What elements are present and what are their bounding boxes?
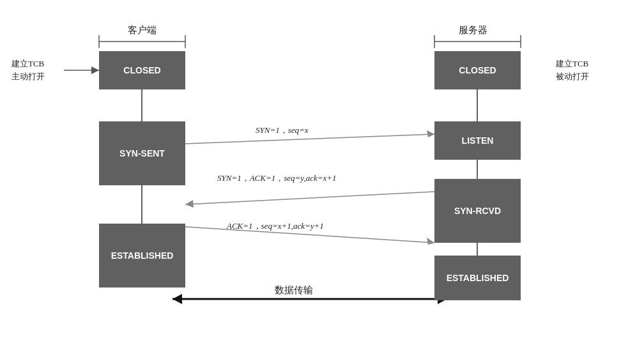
server-note: 建立TCB 被动打开 — [556, 57, 589, 82]
client-closed-label: CLOSED — [123, 65, 160, 75]
data-transfer-label: 数据传输 — [275, 284, 313, 296]
client-syn-sent-box: SYN-SENT — [99, 121, 185, 185]
server-closed-label: CLOSED — [459, 65, 496, 75]
svg-line-8 — [185, 192, 434, 204]
client-column-label: 客户端 — [128, 24, 157, 36]
arrow2-label: SYN=1，ACK=1，seq=y,ack=x+1 — [217, 172, 337, 184]
svg-marker-11 — [427, 238, 434, 245]
server-syn-rcvd-box: SYN-RCVD — [434, 179, 521, 243]
server-closed-box: CLOSED — [434, 51, 521, 89]
client-established-label: ESTABLISHED — [111, 250, 174, 261]
arrow1-label: SYN=1，seq=x — [256, 125, 309, 136]
server-established-box: ESTABLISHED — [434, 256, 521, 300]
server-column-label: 服务器 — [459, 24, 487, 36]
client-established-box: ESTABLISHED — [99, 224, 185, 288]
svg-line-6 — [185, 134, 434, 144]
svg-marker-13 — [172, 294, 182, 304]
svg-marker-9 — [185, 200, 194, 208]
client-syn-sent-label: SYN-SENT — [119, 148, 165, 158]
server-listen-label: LISTEN — [462, 135, 494, 146]
svg-marker-7 — [427, 130, 434, 137]
client-note: 建立TCB 主动打开 — [12, 57, 45, 82]
svg-marker-21 — [91, 66, 99, 74]
server-syn-rcvd-label: SYN-RCVD — [454, 206, 501, 216]
server-listen-box: LISTEN — [434, 121, 521, 160]
server-established-label: ESTABLISHED — [447, 273, 509, 283]
client-closed-box: CLOSED — [99, 51, 185, 89]
diagram-container: CLOSED SYN-SENT ESTABLISHED CLOSED LISTE… — [0, 0, 644, 345]
arrow3-label: ACK=1，seq=x+1,ack=y+1 — [227, 220, 324, 232]
